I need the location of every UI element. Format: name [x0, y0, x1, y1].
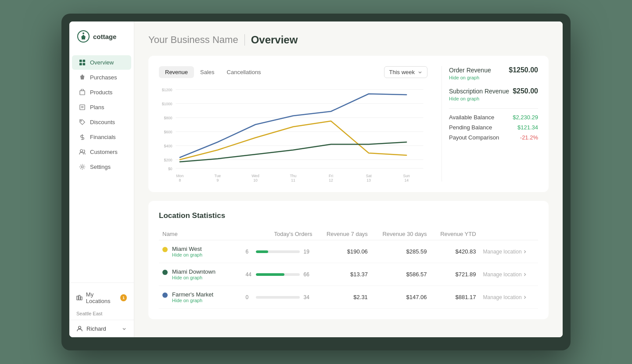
business-name: Your Business Name [148, 34, 238, 46]
revenue-chart: $1200 $1000 $800 $600 $400 $200 $0 [159, 85, 427, 182]
orders-progress-fill [256, 273, 284, 276]
header-divider [244, 34, 245, 46]
payout-comparison-value: -21.2% [520, 134, 538, 141]
location-name: Miami Downtown [172, 268, 215, 275]
orders-count: 6 [245, 249, 252, 255]
svg-rect-2 [79, 60, 82, 62]
pending-balance-row: Pending Balance $121.34 [449, 124, 538, 131]
chart-container: $1200 $1000 $800 $600 $400 $200 $0 [159, 85, 427, 182]
sidebar-navigation: Overview Purchases Products [69, 51, 134, 282]
sidebar-item-customers[interactable]: Customers [72, 145, 131, 159]
grid-icon [79, 59, 86, 66]
sidebar-item-overview-label: Overview [90, 59, 114, 66]
orders-progress-fill [256, 250, 268, 253]
stats-section: Order Revenue $1250.00 Hide on graph Sub… [442, 66, 538, 182]
orders-progress-bar [256, 273, 300, 276]
svg-text:Tue: Tue [215, 174, 221, 178]
svg-text:Wed: Wed [251, 174, 259, 178]
revenue-30-cell: $285.59 [371, 240, 431, 263]
sidebar-item-products[interactable]: Products [72, 85, 131, 100]
svg-text:10: 10 [253, 178, 258, 182]
col-action [480, 228, 538, 240]
location-hide-link[interactable]: Hide on graph [172, 252, 202, 257]
my-locations-section: My Locations 1 [69, 282, 134, 309]
svg-rect-3 [83, 60, 85, 62]
location-hide-link[interactable]: Hide on graph [172, 275, 215, 280]
tab-revenue[interactable]: Revenue [159, 66, 194, 78]
subscription-revenue-value: $250.00 [513, 87, 538, 95]
revenue-ytd-cell: $420.83 [431, 240, 480, 263]
available-balance-row: Available Balance $2,230.29 [449, 114, 538, 121]
payout-comparison-label: Payout Comparison [449, 134, 499, 141]
revenue-30-cell: $147.06 [371, 286, 431, 309]
shopping-bag-icon [79, 74, 86, 81]
user-name: Richard [86, 325, 106, 332]
orders-count: 0 [245, 294, 252, 300]
sidebar-item-discounts[interactable]: Discounts [72, 115, 131, 129]
svg-text:Sun: Sun [403, 174, 410, 178]
col-rev30: Revenue 30 days [371, 228, 431, 240]
manage-location-link[interactable]: Manage location [483, 271, 535, 278]
location-dot [162, 247, 168, 252]
svg-text:Sat: Sat [366, 174, 372, 178]
location-dot [162, 270, 168, 275]
location-dot [162, 293, 168, 298]
svg-rect-4 [79, 63, 82, 65]
orders-cell: 0 34 [228, 286, 316, 309]
location-hide-link[interactable]: Hide on graph [172, 298, 213, 303]
svg-text:Fri: Fri [329, 174, 333, 178]
revenue-ytd-cell: $881.17 [431, 286, 480, 309]
tab-sales[interactable]: Sales [194, 66, 221, 78]
revenue-7-cell: $190.06 [316, 240, 371, 263]
logo-text: cottage [93, 33, 116, 40]
orders-progress-bar [256, 296, 300, 299]
chevron-down-icon [417, 70, 423, 75]
col-revytd: Revenue YTD [431, 228, 480, 240]
sidebar-item-financials-label: Financials [90, 134, 116, 140]
my-locations-item[interactable]: My Locations 1 [76, 288, 127, 307]
sidebar-item-overview[interactable]: Overview [72, 55, 131, 70]
user-footer[interactable]: Richard [69, 320, 134, 337]
svg-text:$1000: $1000 [162, 102, 172, 106]
period-select[interactable]: This week [384, 66, 427, 78]
manage-cell: Manage location [480, 263, 538, 286]
manage-cell: Manage location [480, 286, 538, 309]
subscription-hide-link[interactable]: Hide on graph [449, 96, 538, 101]
chart-tabs: Revenue Sales Cancellations This week [159, 66, 427, 78]
svg-text:13: 13 [366, 178, 371, 182]
table-row: Farmer's Market Hide on graph 0 34 $2.31… [159, 286, 538, 309]
location-stats-card: Location Statistics Name Today's Orders … [148, 201, 549, 319]
chevron-right-icon [523, 295, 527, 300]
revenue-card: Revenue Sales Cancellations This week [148, 56, 549, 192]
location-name-cell: Miami West Hide on graph [159, 240, 228, 263]
sidebar-item-plans[interactable]: Plans [72, 100, 131, 114]
location-name: Farmer's Market [172, 291, 213, 298]
tab-cancellations[interactable]: Cancellations [221, 66, 267, 78]
period-label: This week [389, 69, 415, 75]
sidebar-item-settings[interactable]: Settings [72, 160, 131, 174]
svg-point-17 [79, 326, 81, 329]
revenue-7-cell: $13.37 [316, 263, 371, 286]
pending-balance-value: $121.34 [517, 124, 538, 131]
sidebar-item-financials[interactable]: Financials [72, 130, 131, 144]
orders-cell: 6 19 [228, 240, 316, 263]
available-balance-label: Available Balance [449, 114, 494, 121]
table-row: Miami West Hide on graph 6 19 $190.06 $2… [159, 240, 538, 263]
orders-progress-bar [256, 250, 300, 253]
manage-location-link[interactable]: Manage location [483, 249, 535, 255]
users-icon [79, 149, 86, 155]
locations-icon [76, 295, 83, 301]
chevron-right-icon [523, 250, 527, 254]
svg-text:12: 12 [329, 178, 333, 182]
svg-rect-16 [80, 296, 82, 300]
cottage-logo-icon [77, 30, 90, 43]
location-name-cell: Farmer's Market Hide on graph [159, 286, 228, 309]
location-stats-title: Location Statistics [159, 211, 538, 220]
manage-location-link[interactable]: Manage location [483, 294, 535, 300]
svg-text:Mon: Mon [176, 174, 183, 178]
stats-divider [449, 108, 538, 109]
svg-text:9: 9 [216, 178, 219, 182]
sidebar-item-settings-label: Settings [90, 164, 111, 170]
sidebar-item-purchases[interactable]: Purchases [72, 70, 131, 85]
order-hide-link[interactable]: Hide on graph [449, 75, 538, 80]
